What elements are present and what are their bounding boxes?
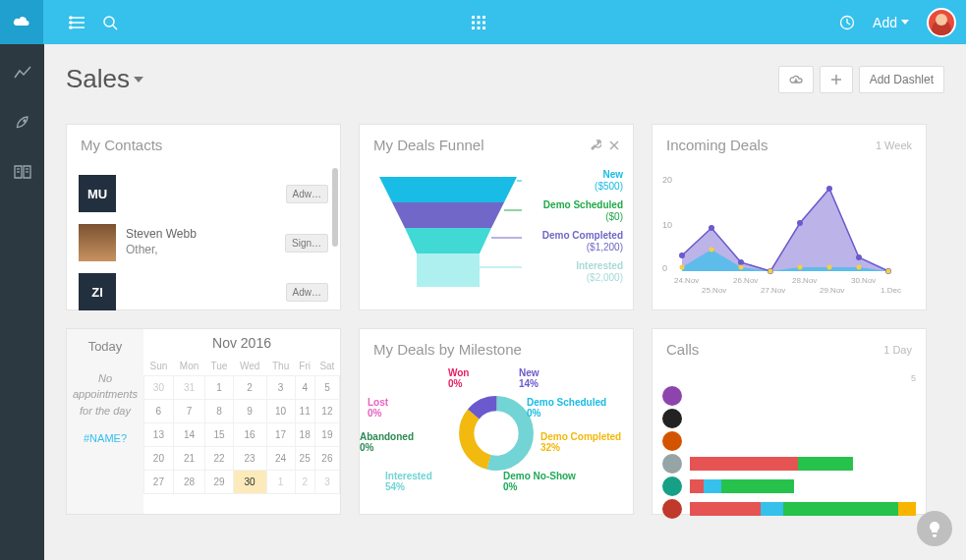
contact-badge: Adw… — [286, 283, 328, 302]
svg-rect-14 — [472, 27, 475, 29]
add-dashlet-button[interactable]: Add Dashlet — [859, 66, 944, 93]
contact-avatar — [79, 224, 116, 261]
analytics-icon[interactable] — [11, 62, 34, 85]
svg-point-18 — [24, 120, 26, 122]
dashlet-funnel: My Deals Funnel New($ — [359, 124, 634, 310]
svg-point-42 — [738, 259, 744, 265]
svg-text:10: 10 — [662, 220, 672, 230]
svg-point-40 — [679, 252, 685, 258]
svg-rect-13 — [483, 21, 485, 24]
calendar-grid[interactable]: SunMonTueWedThuFriSat 303112345 67891011… — [143, 357, 340, 494]
svg-text:1.Dec: 1.Dec — [881, 286, 901, 295]
rocket-icon[interactable] — [11, 111, 34, 135]
calls-period: 1 Day — [883, 344, 912, 356]
svg-rect-8 — [472, 16, 475, 19]
contact-row[interactable]: MU Adw… — [77, 169, 330, 218]
today-label: Today — [71, 337, 140, 357]
svg-point-46 — [856, 254, 862, 260]
contact-row[interactable]: ZI Adw… — [77, 267, 330, 316]
contact-avatar: ZI — [79, 273, 116, 310]
svg-rect-15 — [478, 27, 481, 29]
search-icon[interactable] — [102, 15, 118, 30]
svg-point-41 — [709, 225, 714, 231]
menu-toggle-icon[interactable] — [69, 16, 85, 29]
contact-row[interactable]: Steven Webb Other, Sign… — [77, 218, 330, 267]
svg-marker-29 — [405, 228, 491, 253]
user-avatar[interactable] — [927, 8, 956, 37]
incoming-period: 1 Week — [876, 140, 912, 151]
svg-line-7 — [113, 26, 117, 29]
funnel-title: My Deals Funnel — [373, 137, 484, 153]
add-button[interactable] — [820, 66, 853, 93]
scrollbar[interactable] — [332, 168, 338, 304]
add-label: Add — [873, 15, 897, 30]
svg-point-55 — [886, 269, 891, 274]
contact-badge: Adw… — [286, 185, 328, 203]
name-link[interactable]: #NAME? — [71, 430, 140, 447]
help-fab[interactable] — [917, 511, 952, 546]
contact-name: Steven Webb — [126, 227, 275, 243]
svg-marker-30 — [417, 253, 480, 287]
calls-title: Calls — [666, 341, 699, 358]
svg-text:30.Nov: 30.Nov — [851, 276, 876, 285]
svg-point-3 — [70, 17, 72, 19]
svg-marker-27 — [379, 177, 517, 202]
dashlet-incoming: Incoming Deals 1 Week 20 10 0 24.Nov26.N… — [652, 124, 927, 310]
contact-badge: Sign… — [285, 234, 328, 252]
apps-grid-icon[interactable] — [472, 16, 485, 29]
svg-point-44 — [797, 220, 803, 226]
svg-text:27.Nov: 27.Nov — [761, 286, 785, 295]
svg-marker-28 — [392, 202, 504, 228]
svg-text:25.Nov: 25.Nov — [702, 286, 726, 295]
dashlet-contacts: My Contacts MU Adw… Steven Webb Other, S… — [66, 124, 341, 310]
svg-point-4 — [70, 22, 72, 24]
left-nav — [0, 44, 44, 560]
funnel-chart — [369, 169, 522, 297]
svg-text:20: 20 — [662, 175, 672, 185]
svg-rect-16 — [483, 27, 485, 29]
svg-point-6 — [104, 17, 114, 27]
svg-text:28.Nov: 28.Nov — [792, 276, 817, 285]
dashlet-calls: Calls 1 Day 5 — [652, 328, 927, 515]
dashlet-calendar: Today No appointments for the day #NAME?… — [66, 328, 341, 515]
add-dropdown[interactable]: Add — [873, 15, 909, 30]
contact-subtitle: Other, — [126, 243, 275, 258]
svg-text:29.Nov: 29.Nov — [820, 286, 844, 295]
main-content: Sales Add Dashlet My Contacts MU — [44, 44, 966, 560]
calls-chart: 5 — [653, 367, 926, 529]
contact-avatar: MU — [79, 175, 116, 212]
svg-point-45 — [826, 186, 832, 192]
svg-rect-11 — [472, 21, 475, 24]
svg-point-5 — [70, 27, 72, 28]
svg-point-53 — [827, 265, 832, 270]
svg-point-54 — [857, 265, 862, 270]
page-header: Sales Add Dashlet — [66, 64, 944, 94]
svg-point-49 — [710, 248, 714, 252]
donut-chart — [457, 394, 536, 473]
dashlet-milestone: My Deals by Milestone Won0% New14% Lost0… — [359, 328, 634, 515]
svg-text:0: 0 — [662, 263, 667, 273]
svg-text:24.Nov: 24.Nov — [674, 276, 699, 285]
milestone-title: My Deals by Milestone — [373, 341, 522, 358]
clock-icon[interactable] — [839, 15, 855, 30]
book-icon[interactable] — [11, 160, 34, 184]
page-title-dropdown[interactable]: Sales — [66, 64, 143, 94]
svg-rect-10 — [483, 16, 485, 19]
cloud-download-button[interactable] — [778, 66, 814, 93]
svg-rect-12 — [478, 21, 481, 24]
app-logo[interactable] — [0, 0, 43, 44]
page-title: Sales — [66, 64, 130, 94]
svg-text:26.Nov: 26.Nov — [733, 276, 758, 285]
calendar-month: Nov 2016 — [143, 329, 340, 357]
incoming-chart: 20 10 0 24.Nov26.Nov28.Nov30.Nov 25.Nov2… — [662, 169, 918, 297]
svg-point-50 — [739, 265, 744, 270]
calendar-empty-text: No appointments for the day — [73, 372, 138, 417]
incoming-title: Incoming Deals — [666, 137, 767, 153]
contacts-title: My Contacts — [81, 137, 162, 153]
topbar: Add — [0, 0, 966, 44]
svg-rect-9 — [478, 16, 481, 19]
close-icon[interactable] — [609, 137, 619, 153]
svg-point-52 — [798, 265, 803, 270]
wrench-icon[interactable] — [590, 137, 601, 153]
svg-point-48 — [680, 265, 685, 270]
